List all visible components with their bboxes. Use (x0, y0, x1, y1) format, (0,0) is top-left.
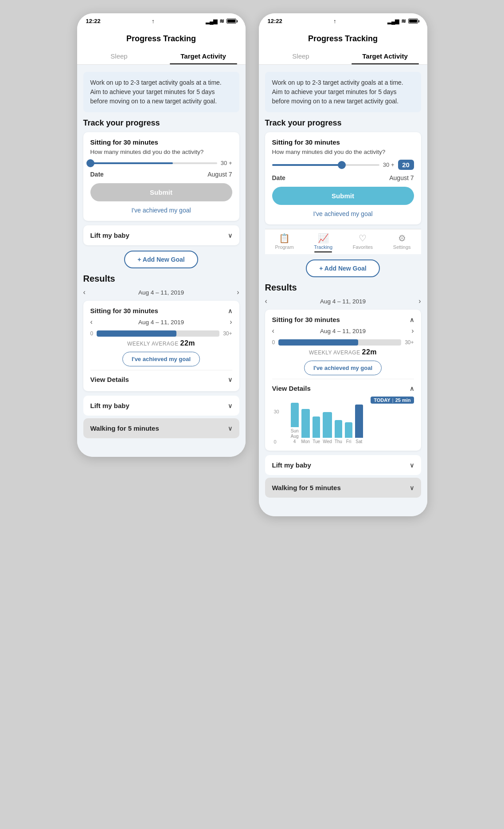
achieved-link-left[interactable]: I've achieved my goal (90, 206, 232, 215)
add-goal-btn-right[interactable]: + Add New Goal (306, 259, 379, 277)
bar-track-right (278, 339, 401, 346)
results-title-left: Results (83, 274, 239, 284)
bar-zero-right: 0 (272, 339, 275, 346)
bar-label-fri: Fri (346, 439, 352, 444)
bar-label-tue: Tue (313, 439, 320, 444)
results-card-2-chevron-left: ∨ (228, 402, 232, 409)
today-value: 25 min (395, 397, 411, 403)
results-card-1-title-right: Sitting for 30 minutes (272, 316, 340, 323)
y-labels: 30 0 (274, 409, 279, 444)
bar-tue (313, 416, 320, 438)
prev-arrow-card-left[interactable]: ‹ (90, 318, 93, 326)
results-card-date-range-right: Aug 4 – 11, 2019 (320, 328, 366, 334)
submit-btn-right[interactable]: Submit (272, 187, 414, 205)
prev-arrow-results-left[interactable]: ‹ (83, 288, 86, 296)
slider-row-right: 30 + 20 (272, 160, 414, 170)
date-row-left: Date August 7 (90, 171, 232, 178)
results-title-right: Results (265, 283, 421, 293)
slider-label-left: 30 + (221, 160, 232, 166)
page-title-right: Progress Tracking (259, 31, 427, 48)
nav-item-favorites[interactable]: ♡ Favorites (353, 233, 373, 252)
results-card-2-left[interactable]: Lift my baby ∨ (83, 396, 239, 416)
time-left: 12:22 (86, 18, 101, 24)
results-card-2-header-left[interactable]: Lift my baby ∨ (90, 402, 232, 409)
slider-row-left: 30 + (90, 160, 232, 166)
signal-icon-right: ▂▄▆ (387, 18, 399, 24)
add-goal-btn-left[interactable]: + Add New Goal (124, 251, 198, 268)
results-chevron-up-right: ∧ (410, 316, 414, 323)
tab-target-right[interactable]: Target Activity (343, 48, 427, 64)
date-range-results-left: Aug 4 – 11, 2019 (138, 289, 184, 296)
phones-container: 12:22 ↑ ▂▄▆ ≋ Progress Tracking Sleep Ta… (77, 13, 427, 516)
y-max-label: 30 (274, 409, 279, 414)
wifi-icon-left: ≋ (219, 18, 224, 24)
view-details-row-right[interactable]: View Details ∧ (272, 383, 414, 394)
chart-wrapper: 30 0 SunAug 4 (272, 407, 414, 444)
time-right: 12:22 (268, 18, 282, 24)
results-card-1-header-right[interactable]: Sitting for 30 minutes ∧ (272, 316, 414, 323)
results-card-3-header-left[interactable]: Walking for 5 minutes ∨ (90, 424, 232, 432)
description-left: Work on up to 2-3 target activity goals … (83, 72, 239, 112)
date-range-results-right: Aug 4 – 11, 2019 (320, 298, 366, 305)
results-card-3-right[interactable]: Walking for 5 minutes ∨ (265, 478, 421, 498)
tracking-icon: 📈 (318, 233, 329, 244)
tabs-left: Sleep Target Activity (77, 48, 246, 65)
settings-icon: ⚙ (398, 233, 406, 244)
track-section-title-right: Track your progress (265, 118, 421, 128)
tab-sleep-right[interactable]: Sleep (259, 48, 343, 64)
view-details-row-left[interactable]: View Details ∨ (90, 374, 232, 385)
tab-sleep-left[interactable]: Sleep (77, 48, 161, 64)
view-details-label-right: View Details (272, 385, 311, 392)
track-card-2-title-left: Lift my baby (90, 232, 129, 239)
bar-sun (291, 403, 299, 427)
phone-right: 12:22 ↑ ▂▄▆ ≋ Progress Tracking Sleep Ta… (259, 13, 427, 516)
achieved-link-right[interactable]: I've achieved my goal (272, 209, 414, 218)
next-arrow-results-right[interactable]: › (418, 297, 421, 305)
slider-track-right[interactable] (272, 164, 379, 166)
results-card-2-right[interactable]: Lift my baby ∨ (265, 455, 421, 475)
page-title-left: Progress Tracking (77, 31, 246, 48)
track-card-1-subtitle-right: How many minutes did you do the activity… (272, 149, 414, 155)
slider-value-box-right: 20 (398, 160, 414, 170)
collapsible-row-left[interactable]: Lift my baby ∨ (90, 232, 232, 239)
bar-chart-container-right: TODAY | 25 min 30 0 (272, 394, 414, 444)
content-right: Work on up to 2-3 target activity goals … (259, 65, 427, 507)
nav-item-program[interactable]: 📋 Program (275, 233, 293, 252)
prev-arrow-results-right[interactable]: ‹ (265, 297, 267, 305)
slider-track-left[interactable] (90, 162, 217, 164)
results-card-3-left[interactable]: Walking for 5 minutes ∨ (83, 418, 239, 438)
results-card-2-title-right: Lift my baby (272, 461, 311, 469)
wifi-icon-right: ≋ (401, 18, 406, 24)
track-card-1-title-left: Sitting for 30 minutes (90, 138, 232, 146)
next-arrow-card-right[interactable]: › (411, 327, 414, 335)
bar-chart-row-left: 0 30+ (90, 330, 232, 337)
results-card-1-title-left: Sitting for 30 minutes (90, 307, 158, 314)
results-section-left: Results ‹ Aug 4 – 11, 2019 › Sitting for… (83, 274, 239, 438)
today-label: TODAY (374, 397, 390, 403)
date-label-left: Date (90, 171, 104, 178)
tab-target-left[interactable]: Target Activity (161, 48, 246, 64)
submit-btn-left[interactable]: Submit (90, 183, 232, 201)
nav-item-tracking[interactable]: 📈 Tracking (314, 233, 332, 252)
achieved-btn-right[interactable]: I've achieved my goal (304, 361, 382, 375)
date-row-right: Date August 7 (272, 174, 414, 181)
track-card-1-subtitle-left: How many minutes did you do the activity… (90, 149, 232, 155)
weekly-avg-left: WEEKLY AVERAGE 22m (90, 339, 232, 347)
results-card-3-header-right[interactable]: Walking for 5 minutes ∨ (272, 484, 414, 491)
nav-item-settings[interactable]: ⚙ Settings (393, 233, 411, 252)
achieved-btn-left[interactable]: I've achieved my goal (122, 352, 200, 366)
results-card-2-header-right[interactable]: Lift my baby ∨ (272, 461, 414, 469)
bar-col-fri: Fri (345, 422, 352, 444)
bar-max-right: 30+ (405, 339, 414, 346)
chevron-down-icon-left: ∨ (228, 232, 232, 239)
program-icon: 📋 (279, 233, 290, 244)
prev-arrow-card-right[interactable]: ‹ (272, 327, 274, 335)
date-nav-results-right: ‹ Aug 4 – 11, 2019 › (265, 297, 421, 305)
results-card-3-title-right: Walking for 5 minutes (272, 484, 341, 491)
next-arrow-results-left[interactable]: › (237, 288, 239, 296)
weekly-avg-right: WEEKLY AVERAGE 22m (272, 348, 414, 356)
results-card-1-header-left[interactable]: Sitting for 30 minutes ∧ (90, 307, 232, 314)
next-arrow-card-left[interactable]: › (230, 318, 232, 326)
track-card-2-left[interactable]: Lift my baby ∨ (83, 225, 239, 245)
content-left: Work on up to 2-3 target activity goals … (77, 65, 246, 448)
